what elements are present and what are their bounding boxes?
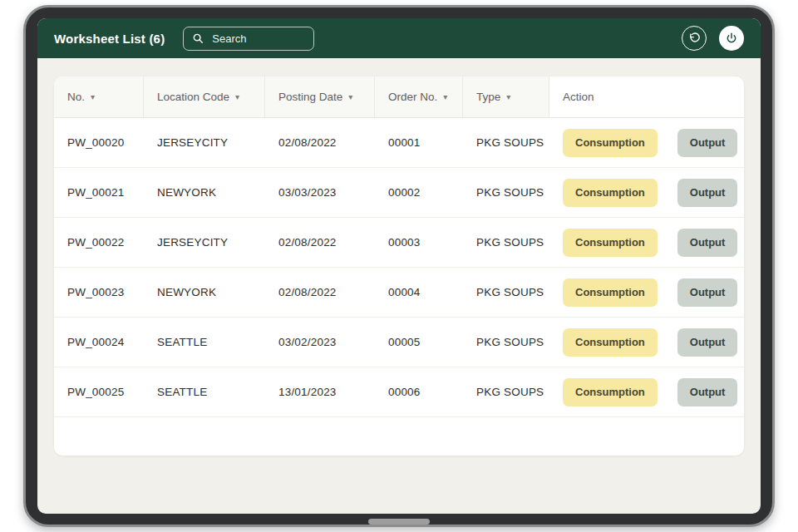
cell-no: PW_00020	[54, 118, 144, 167]
header-actions	[682, 26, 744, 51]
consumption-button[interactable]: Consumption	[563, 229, 658, 257]
table-row: PW_00024 SEATTLE 03/02/2023 00005 PKG SO…	[54, 318, 744, 367]
cell-posting-date: 02/08/2022	[265, 268, 375, 317]
cell-no: PW_00024	[54, 318, 144, 367]
output-button[interactable]: Output	[677, 179, 738, 207]
cell-action: Consumption Output	[549, 268, 751, 317]
column-header-label: Posting Date	[278, 91, 342, 103]
cell-type: PKG SOUPS	[463, 218, 549, 267]
cell-posting-date: 03/03/2023	[265, 168, 375, 217]
cell-type: PKG SOUPS	[463, 318, 549, 367]
cell-action: Consumption Output	[549, 218, 751, 267]
search-input[interactable]	[210, 32, 305, 46]
cell-type: PKG SOUPS	[463, 118, 549, 167]
page-background: Worksheet List (6)	[0, 0, 798, 532]
cell-order-no: 00003	[375, 218, 463, 267]
cell-posting-date: 03/02/2023	[265, 318, 375, 367]
sort-caret-icon: ▾	[91, 93, 95, 101]
consumption-button[interactable]: Consumption	[563, 328, 658, 357]
cell-location-code: SEATTLE	[144, 318, 265, 367]
output-button[interactable]: Output	[677, 278, 738, 307]
cell-order-no: 00002	[375, 168, 463, 217]
cell-no: PW_00022	[54, 218, 144, 267]
column-header-no[interactable]: No. ▾	[54, 76, 144, 117]
column-header-label: Order No.	[388, 91, 437, 103]
cell-location-code: NEWYORK	[144, 168, 265, 217]
column-header-order-no[interactable]: Order No. ▾	[375, 76, 463, 117]
table-body: PW_00020 JERSEYCITY 02/08/2022 00001 PKG…	[54, 118, 744, 417]
refresh-icon	[688, 32, 701, 45]
table-row: PW_00022 JERSEYCITY 02/08/2022 00003 PKG…	[54, 218, 744, 268]
search-icon	[192, 32, 204, 44]
power-icon	[725, 32, 738, 45]
cell-order-no: 00001	[375, 118, 463, 167]
tablet-stand	[368, 519, 430, 525]
cell-order-no: 00004	[375, 268, 463, 317]
cell-posting-date: 02/08/2022	[265, 118, 375, 167]
cell-posting-date: 02/08/2022	[265, 218, 375, 267]
consumption-button[interactable]: Consumption	[563, 278, 658, 307]
app-screen: Worksheet List (6)	[37, 18, 761, 514]
refresh-button[interactable]	[682, 26, 707, 51]
column-header-posting-date[interactable]: Posting Date ▾	[265, 76, 375, 117]
cell-type: PKG SOUPS	[463, 268, 549, 317]
output-button[interactable]: Output	[677, 229, 738, 257]
sort-caret-icon: ▾	[235, 93, 239, 101]
cell-action: Consumption Output	[549, 118, 751, 167]
cell-no: PW_00021	[54, 168, 144, 217]
column-header-label: Location Code	[157, 91, 229, 103]
table-row: PW_00023 NEWYORK 02/08/2022 00004 PKG SO…	[54, 268, 744, 318]
table-header-row: No. ▾ Location Code ▾ Posting Date ▾ Ord…	[54, 76, 744, 118]
consumption-button[interactable]: Consumption	[563, 378, 658, 406]
power-button[interactable]	[719, 26, 744, 51]
cell-order-no: 00005	[375, 318, 463, 367]
cell-location-code: SEATTLE	[144, 367, 265, 416]
column-header-label: Type	[476, 91, 500, 103]
cell-location-code: NEWYORK	[144, 268, 265, 317]
cell-action: Consumption Output	[549, 367, 751, 416]
cell-no: PW_00023	[54, 268, 144, 317]
cell-no: PW_00025	[54, 367, 144, 416]
output-button[interactable]: Output	[677, 378, 738, 406]
tablet-frame: Worksheet List (6)	[23, 5, 775, 527]
column-header-label: No.	[67, 91, 85, 103]
cell-posting-date: 13/01/2023	[265, 367, 375, 416]
sort-caret-icon: ▾	[506, 93, 510, 101]
table-row: PW_00025 SEATTLE 13/01/2023 00006 PKG SO…	[54, 367, 744, 417]
output-button[interactable]: Output	[677, 129, 738, 157]
cell-action: Consumption Output	[549, 168, 751, 217]
table-row: PW_00020 JERSEYCITY 02/08/2022 00001 PKG…	[54, 118, 744, 168]
table-row: PW_00021 NEWYORK 03/03/2023 00002 PKG SO…	[54, 168, 744, 218]
column-header-location-code[interactable]: Location Code ▾	[144, 76, 265, 117]
sort-caret-icon: ▾	[348, 93, 352, 101]
cell-location-code: JERSEYCITY	[144, 218, 265, 267]
sort-caret-icon: ▾	[443, 93, 447, 101]
app-header: Worksheet List (6)	[37, 18, 761, 58]
cell-action: Consumption Output	[549, 318, 751, 367]
app-body: No. ▾ Location Code ▾ Posting Date ▾ Ord…	[37, 58, 761, 514]
worksheet-table-card: No. ▾ Location Code ▾ Posting Date ▾ Ord…	[54, 76, 744, 456]
column-header-label: Action	[563, 91, 594, 103]
cell-order-no: 00006	[375, 367, 463, 416]
consumption-button[interactable]: Consumption	[563, 179, 658, 207]
output-button[interactable]: Output	[677, 328, 738, 357]
column-header-type[interactable]: Type ▾	[463, 76, 549, 117]
consumption-button[interactable]: Consumption	[563, 129, 658, 157]
search-box[interactable]	[183, 27, 314, 51]
cell-type: PKG SOUPS	[463, 367, 549, 416]
page-title: Worksheet List (6)	[54, 32, 165, 46]
column-header-action: Action	[549, 76, 744, 117]
cell-location-code: JERSEYCITY	[144, 118, 265, 167]
cell-type: PKG SOUPS	[463, 168, 549, 217]
